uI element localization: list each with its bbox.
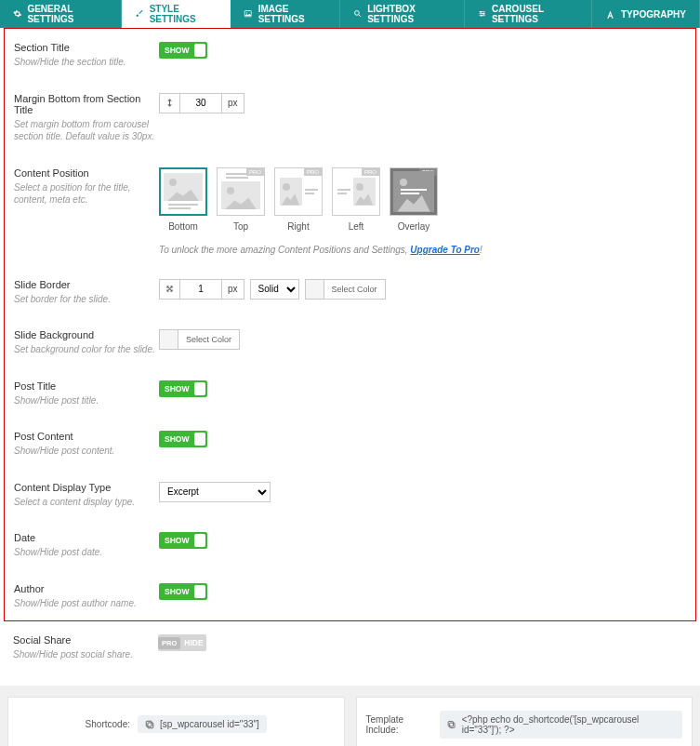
margin-bottom-input-group: px xyxy=(159,93,244,113)
author-toggle[interactable]: SHOW xyxy=(159,583,207,600)
bg-color-picker[interactable]: Select Color xyxy=(159,329,240,350)
slide-bg-label: Slide Background xyxy=(14,329,159,340)
sliders-icon xyxy=(478,9,486,20)
template-text: <?php echo do_shortcode('[sp_wpcarousel … xyxy=(462,714,675,735)
position-option-overlay[interactable]: PRO xyxy=(390,167,438,216)
section-title-desc: Show/Hide the section title. xyxy=(14,56,159,69)
slide-border-desc: Set border for the slide. xyxy=(14,293,159,306)
content-display-type-select[interactable]: Excerpt xyxy=(159,482,271,502)
date-label: Date xyxy=(14,532,159,543)
border-width-unit: px xyxy=(222,279,244,300)
pro-badge: PRO xyxy=(158,637,180,649)
template-label: Template Include: xyxy=(366,714,433,735)
social-share-toggle[interactable]: PRO HIDE xyxy=(158,634,206,651)
settings-tabs: GENERAL SETTINGS STYLE SETTINGS IMAGE SE… xyxy=(0,0,700,28)
tab-lightbox[interactable]: LIGHTBOX SETTINGS xyxy=(340,0,465,28)
border-style-select[interactable]: Solid xyxy=(250,279,299,300)
style-settings-panel: Section Title Show/Hide the section titl… xyxy=(0,28,700,686)
footer-codes: Shortcode: [sp_wpcarousel id="33"] Templ… xyxy=(0,686,700,747)
tab-style[interactable]: STYLE SETTINGS xyxy=(122,0,231,28)
post-content-label: Post Content xyxy=(14,431,159,442)
brush-icon xyxy=(135,9,143,20)
shortcode-box: Shortcode: [sp_wpcarousel id="33"] xyxy=(7,697,345,747)
post-title-label: Post Title xyxy=(14,380,159,392)
svg-point-4 xyxy=(482,13,483,14)
image-icon xyxy=(244,9,252,20)
svg-point-3 xyxy=(480,11,481,12)
upgrade-link[interactable]: Upgrade To Pro xyxy=(410,245,480,255)
content-position-desc: Select a position for the title, content… xyxy=(14,181,159,206)
social-share-desc: Show/Hide post social share. xyxy=(13,648,158,661)
border-width-group: px xyxy=(159,279,244,300)
svg-rect-8 xyxy=(450,723,455,727)
border-color-picker[interactable]: Select Color xyxy=(305,279,386,300)
tab-carousel[interactable]: CAROUSEL SETTINGS xyxy=(465,0,592,28)
post-title-desc: Show/Hide post title. xyxy=(14,394,159,407)
margin-bottom-unit: px xyxy=(222,93,244,113)
section-title-toggle[interactable]: SHOW xyxy=(159,42,207,59)
tab-general[interactable]: GENERAL SETTINGS xyxy=(0,0,122,28)
position-option-left[interactable]: PRO xyxy=(332,167,380,216)
arrows-vertical-icon xyxy=(159,93,180,113)
svg-rect-9 xyxy=(449,721,454,726)
content-display-type-label: Content Display Type xyxy=(14,482,159,493)
expand-icon xyxy=(159,279,180,300)
template-copy[interactable]: <?php echo do_shortcode('[sp_wpcarousel … xyxy=(440,711,682,739)
slide-border-label: Slide Border xyxy=(14,279,159,290)
date-toggle[interactable]: SHOW xyxy=(159,532,207,549)
shortcode-copy[interactable]: [sp_wpcarousel id="33"] xyxy=(138,715,267,733)
tab-label: TYPOGRAPHY xyxy=(621,9,686,20)
social-share-label: Social Share xyxy=(13,634,158,646)
pro-badge: PRO xyxy=(304,168,322,176)
position-option-bottom[interactable] xyxy=(159,167,207,216)
tab-typography[interactable]: TYPOGRAPHY xyxy=(592,0,700,28)
svg-point-1 xyxy=(246,13,247,14)
copy-icon xyxy=(145,720,154,729)
svg-point-2 xyxy=(354,11,359,16)
margin-bottom-label: Margin Bottom from Section Title xyxy=(14,93,159,115)
gear-icon xyxy=(13,9,21,20)
post-content-toggle[interactable]: SHOW xyxy=(159,431,207,447)
template-box: Template Include: <?php echo do_shortcod… xyxy=(356,697,693,747)
tab-label: CAROUSEL SETTINGS xyxy=(492,4,578,24)
content-position-label: Content Position xyxy=(14,167,159,179)
color-swatch xyxy=(160,330,178,349)
tab-image[interactable]: IMAGE SETTINGS xyxy=(231,0,339,28)
search-icon xyxy=(353,9,362,20)
tab-label: IMAGE SETTINGS xyxy=(258,4,326,24)
slide-bg-desc: Set background color for the slide. xyxy=(14,343,159,356)
color-swatch xyxy=(306,280,324,299)
pro-badge: PRO xyxy=(246,168,264,176)
content-display-type-desc: Select a content display type. xyxy=(14,496,159,509)
border-width-input[interactable] xyxy=(186,284,216,294)
date-desc: Show/Hide post date. xyxy=(14,546,159,559)
highlighted-settings: Section Title Show/Hide the section titl… xyxy=(4,28,696,621)
post-content-desc: Show/Hide post content. xyxy=(14,445,159,458)
svg-rect-6 xyxy=(148,722,153,727)
svg-point-5 xyxy=(481,15,482,16)
author-label: Author xyxy=(14,583,159,594)
tab-label: STYLE SETTINGS xyxy=(150,4,218,24)
font-icon xyxy=(605,9,615,20)
post-title-toggle[interactable]: SHOW xyxy=(159,380,207,397)
tab-label: LIGHTBOX SETTINGS xyxy=(367,4,450,24)
shortcode-text: [sp_wpcarousel id="33"] xyxy=(160,719,259,729)
pro-badge: PRO xyxy=(362,168,379,176)
copy-icon xyxy=(447,720,456,729)
position-option-top[interactable]: PRO xyxy=(217,167,265,216)
margin-bottom-desc: Set margin bottom from carousel section … xyxy=(14,118,159,143)
unlock-note: To unlock the more amazing Content Posit… xyxy=(159,245,686,255)
margin-bottom-input[interactable] xyxy=(186,98,216,108)
svg-rect-7 xyxy=(146,721,152,726)
shortcode-label: Shortcode: xyxy=(86,719,130,729)
section-title-label: Section Title xyxy=(14,42,159,53)
position-option-right[interactable]: PRO xyxy=(274,167,323,216)
author-desc: Show/Hide post author name. xyxy=(14,597,159,610)
tab-label: GENERAL SETTINGS xyxy=(27,4,108,24)
